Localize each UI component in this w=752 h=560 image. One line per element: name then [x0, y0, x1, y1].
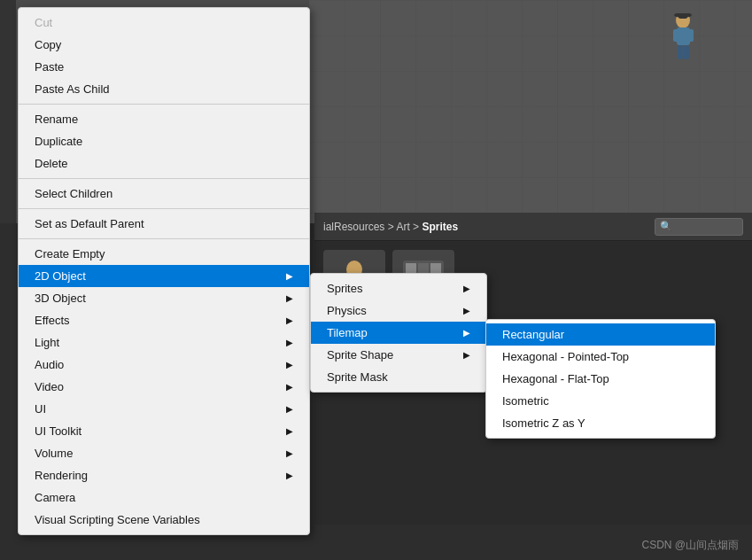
- separator-3: [19, 208, 309, 209]
- submenu-arrow-tilemap: ▶: [463, 328, 470, 338]
- menu-item-2d-object[interactable]: 2D Object ▶: [19, 265, 309, 287]
- character-sprite: [668, 13, 699, 66]
- context-menu-2d-object: Sprites ▶ Physics ▶ Tilemap ▶ Sprite Sha…: [310, 273, 487, 393]
- menu-item-duplicate[interactable]: Duplicate: [19, 130, 309, 152]
- menu-item-copy[interactable]: Copy: [19, 34, 309, 56]
- submenu-arrow-volume: ▶: [286, 448, 293, 458]
- menu-item-effects[interactable]: Effects ▶: [19, 309, 309, 331]
- search-icon: 🔍: [660, 221, 672, 232]
- svg-rect-3: [688, 29, 694, 42]
- menu-item-camera[interactable]: Camera: [19, 486, 309, 509]
- menu-item-set-default-parent[interactable]: Set as Default Parent: [19, 213, 309, 235]
- separator-2: [19, 178, 309, 179]
- submenu-arrow-ui-toolkit: ▶: [286, 426, 293, 436]
- menu-item-3d-object[interactable]: 3D Object ▶: [19, 287, 309, 309]
- submenu-arrow-2d: ▶: [286, 271, 293, 281]
- menu-item-cut[interactable]: Cut: [19, 12, 309, 34]
- submenu-arrow-video: ▶: [286, 382, 293, 392]
- svg-rect-5: [684, 45, 689, 59]
- submenu-item-sprite-mask[interactable]: Sprite Mask: [311, 366, 486, 388]
- menu-item-audio[interactable]: Audio ▶: [19, 354, 309, 376]
- submenu-arrow-ui: ▶: [286, 404, 293, 414]
- menu-item-video[interactable]: Video ▶: [19, 376, 309, 398]
- submenu-item-tilemap[interactable]: Tilemap ▶: [311, 322, 486, 344]
- submenu-item-sprites[interactable]: Sprites ▶: [311, 277, 486, 299]
- submenu-item-rectangular[interactable]: Rectangular: [486, 323, 715, 346]
- menu-item-ui[interactable]: UI ▶: [19, 398, 309, 420]
- breadcrumb: ialResources > Art > Sprites: [323, 221, 458, 233]
- context-menu-tilemap: Rectangular Hexagonal - Pointed-Top Hexa…: [485, 319, 716, 439]
- submenu-arrow-physics: ▶: [463, 306, 470, 315]
- menu-item-paste-as-child[interactable]: Paste As Child: [19, 78, 309, 100]
- submenu-arrow-effects: ▶: [286, 315, 293, 325]
- svg-rect-1: [677, 27, 690, 45]
- menu-item-ui-toolkit[interactable]: UI Toolkit ▶: [19, 420, 309, 442]
- submenu-arrow-sprites: ▶: [463, 284, 470, 293]
- submenu-item-physics[interactable]: Physics ▶: [311, 299, 486, 322]
- menu-item-rename[interactable]: Rename: [19, 108, 309, 130]
- submenu-item-hexagonal-flat[interactable]: Hexagonal - Flat-Top: [486, 368, 715, 390]
- submenu-item-isometric[interactable]: Isometric: [486, 390, 715, 412]
- menu-item-rendering[interactable]: Rendering ▶: [19, 464, 309, 486]
- menu-item-paste[interactable]: Paste: [19, 56, 309, 78]
- submenu-arrow-sprite-shape: ▶: [463, 350, 470, 360]
- separator-1: [19, 104, 309, 105]
- search-box[interactable]: 🔍: [655, 218, 743, 236]
- menu-item-volume[interactable]: Volume ▶: [19, 442, 309, 464]
- menu-item-create-empty[interactable]: Create Empty: [19, 243, 309, 265]
- submenu-arrow-light: ▶: [286, 338, 293, 347]
- menu-item-visual-scripting[interactable]: Visual Scripting Scene Variables: [19, 509, 309, 531]
- svg-rect-4: [678, 45, 683, 59]
- separator-4: [19, 238, 309, 239]
- submenu-item-hexagonal-pointed[interactable]: Hexagonal - Pointed-Top: [486, 346, 715, 368]
- submenu-arrow-rendering: ▶: [286, 471, 293, 480]
- submenu-arrow-audio: ▶: [286, 360, 293, 369]
- svg-rect-7: [678, 13, 687, 19]
- submenu-arrow-3d: ▶: [286, 293, 293, 303]
- menu-item-delete[interactable]: Delete: [19, 152, 309, 175]
- context-menu-main: Cut Copy Paste Paste As Child Rename Dup…: [18, 7, 310, 535]
- svg-rect-2: [673, 29, 678, 42]
- menu-item-select-children[interactable]: Select Children: [19, 183, 309, 205]
- menu-item-light[interactable]: Light ▶: [19, 331, 309, 354]
- watermark: CSDN @山间点烟雨: [641, 538, 739, 553]
- submenu-item-isometric-z[interactable]: Isometric Z as Y: [486, 412, 715, 434]
- breadcrumb-bar: ialResources > Art > Sprites 🔍: [314, 213, 752, 241]
- submenu-item-sprite-shape[interactable]: Sprite Shape ▶: [311, 344, 486, 366]
